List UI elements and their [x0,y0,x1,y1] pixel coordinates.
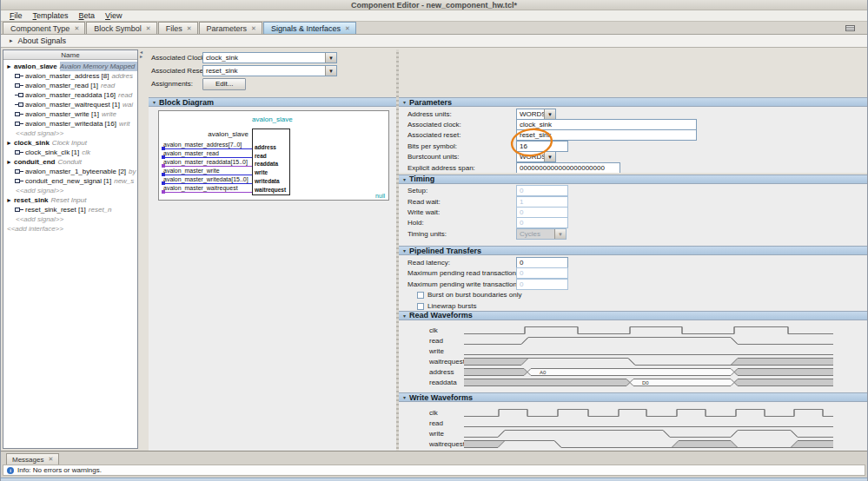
tree-signal-row[interactable]: reset_sink_reset [1]reset_n [3,205,137,214]
signal-name: avalon_master_read [1] [25,81,98,90]
menu-file[interactable]: File [4,10,28,21]
tree-add-row[interactable]: <<add interface>> [3,224,137,234]
waveform-label-read: read [429,337,464,345]
signal-name: avalon_master_waitrequest [1] [25,100,120,109]
chevron-down-icon[interactable]: ▼ [544,152,555,161]
pipelined-field-max-pending-read: 0 [516,267,568,279]
tree-add-row[interactable]: <<add signal>> [3,186,137,195]
tree-signal-row[interactable]: avalon_master_write [1]write [3,109,137,119]
splitter-collapse-icons[interactable]: ◂▸ [140,50,142,59]
tree-signal-row[interactable]: avalon_master_address [8]addres [3,71,137,81]
tree-interface-row[interactable]: ►conduit_endConduit [3,157,137,167]
tab-close-icon[interactable]: ✕ [187,25,192,32]
menu-view[interactable]: View [100,10,127,21]
interface-assignments-button[interactable]: Edit... [202,78,246,90]
tree-interface-row[interactable]: ►reset_sinkReset Input [3,195,137,205]
svg-text:D0: D0 [642,380,649,385]
parameters-label-associated-reset: Associated reset: [407,131,516,139]
port-label: write [255,169,268,175]
timing-header[interactable]: ▾ Timing [399,175,867,184]
info-icon: i [7,467,14,474]
combo-value: Cycles [517,229,554,239]
messages-panel: Messages ✕ i Info: No errors or warnings… [1,451,867,478]
tree-signal-row[interactable]: avalon_master_waitrequest [1]wai [3,100,137,109]
tree-add-row[interactable]: <<add signal>> [3,214,137,224]
tab-files[interactable]: Files✕ [158,22,198,34]
tree-signal-row[interactable]: avalon_master_read [1]read [3,81,137,90]
block-diagram-header[interactable]: ▾ Block Diagram [149,97,396,107]
titlebar: Component Editor - new_component_hw.tcl* [1,0,867,10]
tree-interface-row[interactable]: ►clock_sinkClock Input [3,138,137,148]
signal-role: new_s [114,176,134,186]
parameters-combo-address-units[interactable]: WORDS▼ [516,109,556,120]
checkbox-row-burst-boundaries: Burst on burst boundaries only [407,289,867,300]
pipelined-transfers-section: ▾ Pipelined Transfers Read latency:0Maxi… [399,246,867,311]
signal-wire [162,157,252,158]
parameters-label-associated-clock: Associated clock: [407,121,516,128]
checkbox-linewrap-bursts[interactable] [417,303,424,310]
interface-combo-associated-reset[interactable]: reset_sink▼ [202,65,337,76]
tab-close-icon[interactable]: ✕ [146,25,151,32]
checkbox-burst-boundaries[interactable] [417,292,424,299]
write-waveforms-header[interactable]: ▾ Write Waveforms [399,392,867,402]
tab-close-icon[interactable]: ✕ [74,25,79,32]
menu-templates[interactable]: Templates [28,10,74,21]
tree-signal-row[interactable]: avalon_master_1_byteenable [2]by [3,167,137,176]
parameters-combo-burstcount-units[interactable]: WORDS▼ [516,151,556,162]
section-title: Read Waveforms [409,311,473,320]
tab-label: Block Symbol [94,24,142,33]
messages-tab[interactable]: Messages ✕ [6,453,59,465]
timing-field-read-wait: 1 [516,196,568,208]
interface-row-associated-clock: Associated Clock:clock_sink▼ [149,51,396,64]
parameters-field-associated-reset[interactable]: reset_sink [516,129,697,141]
tab-component-type[interactable]: Component Type✕ [3,22,85,34]
tab-parameters[interactable]: Parameters✕ [199,22,262,34]
waveform-label-write: write [429,347,464,355]
write-waveforms-section: ▾ Write Waveforms clkreadwritewaitreques… [399,392,867,451]
collapse-icon: ▾ [403,313,406,319]
pipelined-field-read-latency[interactable]: 0 [516,257,568,268]
signal-role: write [102,109,116,119]
tree-signal-row[interactable]: conduit_end_new_signal [1]new_s [3,176,137,186]
svg-text:A0: A0 [540,370,547,375]
read-waveforms-header[interactable]: ▾ Read Waveforms [399,311,867,320]
tree-signal-row[interactable]: clock_sink_clk [1]clk [3,148,137,157]
parameters-header[interactable]: ▾ Parameters [399,97,867,107]
chevron-down-icon[interactable]: ▼ [544,109,555,119]
interface-arrow-icon: ► [6,138,12,148]
tab-block-symbol[interactable]: Block Symbol✕ [86,22,156,34]
tab-close-icon[interactable]: ✕ [251,25,256,32]
chevron-down-icon[interactable]: ▼ [325,66,336,76]
checkbox-row-linewrap-bursts: Linewrap bursts [407,300,867,310]
tree-column-header: Name [3,50,137,60]
chevron-down-icon[interactable]: ▼ [325,53,336,63]
close-icon[interactable]: ✕ [48,456,53,463]
parameters-field-associated-clock[interactable]: clock_sink [516,119,697,130]
tree-signal-row[interactable]: avalon_master_readdata [16]read [3,90,137,100]
combo-value: WORDS [517,152,544,161]
interface-arrow-icon: ► [6,62,12,71]
interface-combo-associated-clock[interactable]: clock_sink▼ [202,52,337,63]
waveform-label-clk: clk [429,326,464,334]
tree-add-row[interactable]: <<add signal>> [3,128,137,138]
interface-role: Conduit [58,157,83,167]
parameters-field-bits-per-symbol[interactable]: 16 [516,141,568,152]
signal-name: avalon_master_readdata [16] [25,90,116,100]
tab-signals-interfaces[interactable]: Signals & Interfaces✕ [263,22,356,34]
tab-label: Signals & Interfaces [271,24,341,33]
menu-beta[interactable]: Beta [74,10,101,21]
interface-label-assignments: Assignments: [149,80,202,88]
parameters-field-explicit-address-span[interactable]: 0000000000000000000000 [516,162,620,173]
waveform-address: A0 [464,367,833,377]
waveform-read [464,418,833,428]
splitter-left[interactable]: ◂▸ [138,48,149,451]
about-signals-bar[interactable]: ▸ About Signals [1,35,867,48]
tree-interface-row[interactable]: ►avalon_slaveAvalon Memory Mapped [3,62,137,71]
tab-overflow-icon[interactable] [845,25,855,31]
tree-signal-row[interactable]: avalon_master_writedata [16]writ [3,119,137,128]
pipelined-header[interactable]: ▾ Pipelined Transfers [399,246,867,255]
tab-close-icon[interactable]: ✕ [345,25,350,32]
signal-wire [162,175,252,175]
timing-field-hold: 0 [516,217,568,228]
waveform-waitrequest [464,357,833,366]
